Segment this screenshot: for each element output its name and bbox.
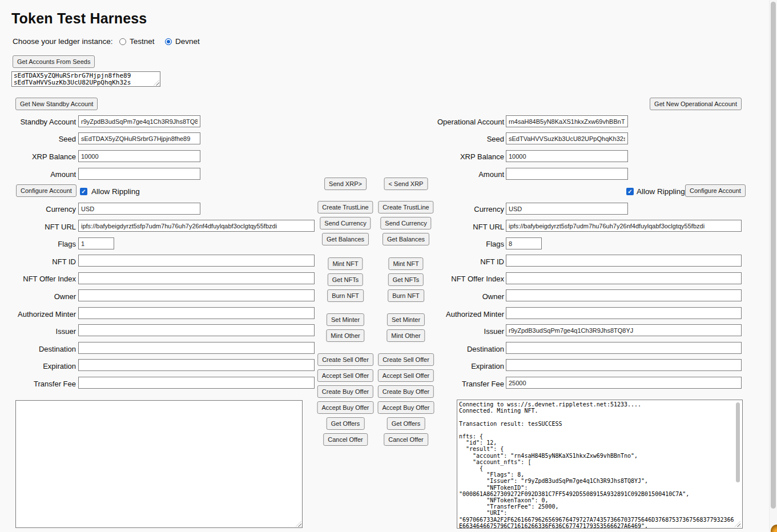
operational-authorized-minter-input[interactable] bbox=[506, 307, 742, 319]
radio-testnet-circle-icon[interactable] bbox=[119, 38, 126, 45]
operational-nft-offer-index-input[interactable] bbox=[506, 272, 742, 284]
operational-authorized-minter-label: Authorized Minter bbox=[417, 310, 504, 319]
standby-xrp-balance-input[interactable] bbox=[78, 150, 200, 162]
standby-authorized-minter-input[interactable] bbox=[78, 307, 315, 319]
get-accounts-from-seeds-button[interactable]: Get Accounts From Seeds bbox=[13, 55, 95, 68]
get-new-standby-account-button[interactable]: Get New Standby Account bbox=[15, 98, 98, 110]
operational-amount-input[interactable] bbox=[506, 168, 628, 180]
radio-devnet-label: Devnet bbox=[175, 37, 200, 46]
standby-transfer-fee-input[interactable] bbox=[78, 377, 315, 389]
standby-nft-id-label: NFT ID bbox=[0, 257, 76, 266]
standby-mint-nft-button[interactable]: Mint NFT bbox=[328, 257, 363, 270]
operational-owner-input[interactable] bbox=[506, 289, 742, 301]
standby-accept-buy-offer-button[interactable]: Accept Buy Offer bbox=[317, 401, 374, 414]
operational-results-textarea[interactable]: Connecting to wss://s.devnet.rippletest.… bbox=[457, 400, 743, 529]
standby-flags-input[interactable] bbox=[78, 237, 114, 249]
operational-cancel-offer-button[interactable]: Cancel Offer bbox=[384, 433, 428, 446]
standby-transfer-fee-label: Transfer Fee bbox=[0, 380, 76, 388]
page-scrollbar-thumb[interactable] bbox=[771, 2, 776, 509]
standby-get-nfts-button[interactable]: Get NFTs bbox=[328, 273, 363, 286]
standby-get-offers-button[interactable]: Get Offers bbox=[327, 417, 365, 430]
standby-send-xrp-button[interactable]: Send XRP> bbox=[324, 178, 367, 190]
ledger-instance-label: Choose your ledger instance: bbox=[13, 37, 113, 46]
operational-mint-nft-button[interactable]: Mint NFT bbox=[388, 257, 423, 270]
standby-currency-input[interactable] bbox=[78, 203, 200, 215]
standby-expiration-label: Expiration bbox=[0, 362, 76, 370]
standby-account-input[interactable] bbox=[78, 115, 200, 127]
operational-xrp-balance-label: XRP Balance bbox=[417, 152, 504, 161]
operational-nft-offer-index-label: NFT Offer Index bbox=[417, 275, 504, 283]
standby-allow-rippling-label: Allow Rippling bbox=[91, 187, 140, 196]
operational-account-label: Operational Account bbox=[417, 118, 504, 126]
operational-accept-sell-offer-button[interactable]: Accept Sell Offer bbox=[378, 369, 434, 382]
operational-burn-nft-button[interactable]: Burn NFT bbox=[388, 289, 424, 302]
operational-create-sell-offer-button[interactable]: Create Sell Offer bbox=[378, 353, 434, 366]
operational-nft-id-input[interactable] bbox=[506, 255, 742, 267]
standby-seed-input[interactable] bbox=[78, 132, 200, 144]
standby-nft-offer-index-label: NFT Offer Index bbox=[0, 275, 76, 283]
operational-send-currency-button[interactable]: Send Currency bbox=[380, 217, 431, 229]
radio-devnet-circle-icon[interactable] bbox=[165, 38, 172, 45]
standby-allow-rippling-checkbox[interactable]: ✓ bbox=[80, 188, 87, 195]
standby-cancel-offer-button[interactable]: Cancel Offer bbox=[323, 433, 368, 446]
operational-flags-input[interactable] bbox=[506, 237, 542, 249]
standby-create-trustline-button[interactable]: Create TrustLine bbox=[317, 201, 373, 213]
operational-accept-buy-offer-button[interactable]: Accept Buy Offer bbox=[378, 401, 434, 414]
standby-create-buy-offer-button[interactable]: Create Buy Offer bbox=[317, 385, 373, 398]
get-new-operational-account-button[interactable]: Get New Operational Account bbox=[650, 98, 742, 110]
standby-results-textarea[interactable] bbox=[15, 400, 303, 528]
operational-create-trustline-button[interactable]: Create TrustLine bbox=[378, 201, 433, 213]
radio-testnet[interactable]: Testnet bbox=[119, 37, 155, 46]
operational-seed-label: Seed bbox=[417, 135, 504, 143]
standby-account-label: Standby Account bbox=[0, 118, 76, 126]
operational-get-offers-button[interactable]: Get Offers bbox=[387, 417, 425, 430]
operational-owner-label: Owner bbox=[417, 292, 504, 301]
standby-send-currency-button[interactable]: Send Currency bbox=[320, 217, 371, 229]
operational-send-xrp-button[interactable]: < Send XRP bbox=[384, 178, 428, 190]
operational-mint-other-button[interactable]: Mint Other bbox=[387, 329, 425, 342]
standby-currency-label: Currency bbox=[0, 205, 76, 213]
page-scrollbar[interactable] bbox=[769, 0, 777, 532]
seeds-textarea[interactable]: sEdTDAX5yZQHuRSrbrG7Hjpjn8fhe89 sEdTVaHV… bbox=[11, 71, 160, 87]
standby-issuer-label: Issuer bbox=[0, 327, 76, 336]
operational-expiration-input[interactable] bbox=[506, 359, 742, 371]
operational-amount-label: Amount bbox=[417, 170, 504, 179]
operational-get-balances-button[interactable]: Get Balances bbox=[383, 233, 429, 245]
standby-destination-input[interactable] bbox=[78, 342, 315, 354]
operational-transfer-fee-input[interactable] bbox=[506, 377, 742, 389]
operational-results-scrollbar-thumb[interactable] bbox=[736, 402, 740, 482]
operational-get-nfts-button[interactable]: Get NFTs bbox=[388, 273, 424, 286]
operational-account-input[interactable] bbox=[506, 115, 628, 127]
standby-burn-nft-button[interactable]: Burn NFT bbox=[327, 289, 364, 302]
standby-set-minter-button[interactable]: Set Minter bbox=[327, 313, 364, 326]
standby-accept-sell-offer-button[interactable]: Accept Sell Offer bbox=[317, 369, 373, 382]
standby-mint-other-button[interactable]: Mint Other bbox=[326, 329, 364, 342]
operational-allow-rippling-label: Allow Rippling bbox=[637, 187, 685, 196]
standby-configure-account-button[interactable]: Configure Account bbox=[16, 184, 77, 197]
standby-nft-offer-index-input[interactable] bbox=[78, 272, 315, 284]
standby-issuer-input[interactable] bbox=[78, 324, 315, 336]
standby-get-balances-button[interactable]: Get Balances bbox=[322, 233, 369, 245]
standby-expiration-input[interactable] bbox=[78, 359, 315, 371]
operational-allow-rippling-checkbox[interactable]: ✓ bbox=[626, 188, 634, 195]
operational-configure-account-button[interactable]: Configure Account bbox=[685, 184, 746, 197]
standby-create-sell-offer-button[interactable]: Create Sell Offer bbox=[317, 353, 373, 366]
operational-xrp-balance-input[interactable] bbox=[506, 150, 628, 162]
radio-testnet-label: Testnet bbox=[130, 37, 155, 46]
standby-nft-id-input[interactable] bbox=[78, 255, 315, 267]
operational-currency-input[interactable] bbox=[506, 203, 628, 215]
radio-devnet[interactable]: Devnet bbox=[165, 37, 200, 46]
operational-nft-url-input[interactable] bbox=[506, 220, 742, 232]
operational-set-minter-button[interactable]: Set Minter bbox=[387, 313, 425, 326]
standby-seed-label: Seed bbox=[0, 135, 76, 143]
standby-owner-label: Owner bbox=[0, 292, 76, 301]
token-test-harness-page: Token Test Harness Choose your ledger in… bbox=[0, 0, 777, 532]
operational-seed-input[interactable] bbox=[506, 132, 628, 144]
operational-create-buy-offer-button[interactable]: Create Buy Offer bbox=[378, 385, 434, 398]
standby-nft-url-input[interactable] bbox=[78, 220, 315, 232]
operational-issuer-input[interactable] bbox=[506, 324, 742, 336]
standby-amount-input[interactable] bbox=[78, 168, 200, 180]
operational-destination-input[interactable] bbox=[506, 342, 742, 354]
standby-nft-url-label: NFT URL bbox=[0, 223, 76, 231]
standby-owner-input[interactable] bbox=[78, 289, 315, 301]
